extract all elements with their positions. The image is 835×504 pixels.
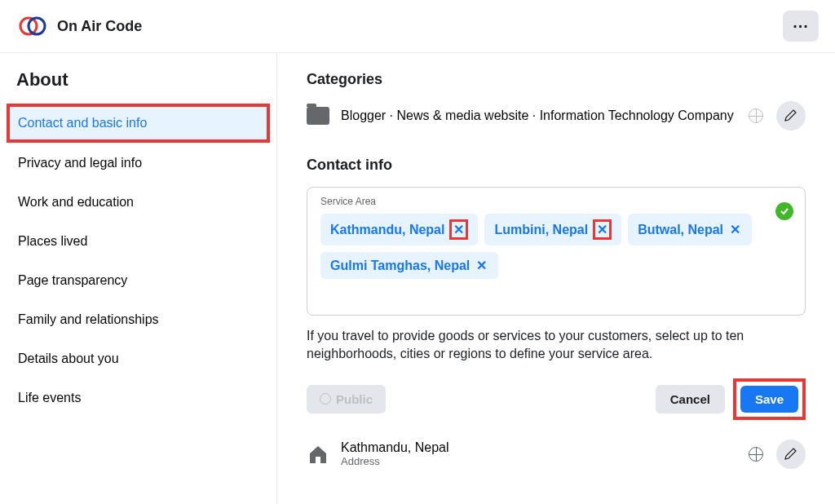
action-button-row: Public Cancel Save [307,378,806,420]
cancel-button[interactable]: Cancel [656,385,725,413]
page-header: On Air Code ··· [0,0,835,53]
about-sidebar: About Contact and basic info Privacy and… [0,53,277,504]
page-logo[interactable] [16,10,49,42]
service-area-chips: Kathmandu, Nepal ✕ Lumbini, Nepal ✕ Butw… [320,214,792,279]
save-button[interactable]: Save [740,386,798,413]
sidebar-item-family-relationships[interactable]: Family and relationships [7,301,270,338]
sidebar-item-details-about-you[interactable]: Details about you [7,340,270,378]
address-text: Kathmandu, Nepal Address [341,440,749,467]
categories-title: Categories [307,71,806,88]
contact-info-title: Contact info [307,157,806,174]
sidebar-item-page-transparency[interactable]: Page transparency [7,262,270,299]
chip-close-gulmi[interactable]: ✕ [475,258,488,273]
categories-text: Blogger · News & media website · Informa… [341,107,749,125]
address-row: Kathmandu, Nepal Address [307,440,806,469]
page-title[interactable]: On Air Code [57,18,142,35]
edit-categories-button[interactable] [776,101,806,130]
chip-kathmandu: Kathmandu, Nepal ✕ [320,214,478,245]
sidebar-item-life-events[interactable]: Life events [7,379,270,417]
categories-row: Blogger · News & media website · Informa… [307,101,806,130]
address-sublabel: Address [341,455,749,467]
audience-public-button[interactable]: Public [307,385,386,413]
folder-icon [307,107,329,125]
more-options-button[interactable]: ··· [783,11,819,42]
save-button-highlight: Save [733,378,806,420]
service-area-help-text: If you travel to provide goods or servic… [307,327,806,364]
chip-close-kathmandu[interactable]: ✕ [449,219,468,240]
service-area-label: Service Area [320,196,792,207]
chip-butwal: Butwal, Nepal ✕ [628,214,752,245]
globe-icon [320,393,331,405]
sidebar-item-places-lived[interactable]: Places lived [7,223,270,260]
content-panel: Categories Blogger · News & media websit… [277,53,835,504]
sidebar-item-contact-basic-info[interactable]: Contact and basic info [7,104,270,143]
chip-gulmi: Gulmi Tamghas, Nepal ✕ [320,252,498,279]
globe-icon[interactable] [749,447,763,462]
service-area-box: Service Area Kathmandu, Nepal ✕ Lumbini,… [307,187,806,316]
pencil-icon [784,109,797,122]
edit-address-button[interactable] [776,440,806,469]
sidebar-item-privacy-legal[interactable]: Privacy and legal info [7,144,270,182]
chip-close-lumbini[interactable]: ✕ [593,219,612,240]
sidebar-item-work-education[interactable]: Work and education [7,183,270,221]
address-location: Kathmandu, Nepal [341,440,749,455]
check-icon [775,202,793,220]
globe-icon[interactable] [749,108,763,123]
chip-close-butwal[interactable]: ✕ [728,222,742,237]
pencil-icon [784,448,797,461]
sidebar-title: About [7,69,270,104]
home-icon [307,443,329,466]
chip-lumbini: Lumbini, Nepal ✕ [484,214,621,245]
